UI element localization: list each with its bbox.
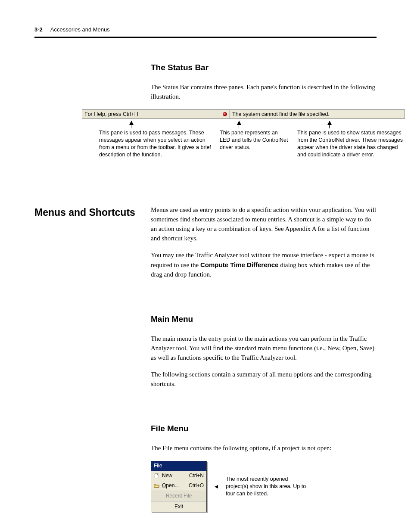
compute-time-diff-label: Compute Time Difference (200, 261, 278, 268)
chapter-title: Accessories and Menus (50, 26, 110, 34)
file-menu-figure: File New Ctrl+N Open... Ctrl+O Recent Fi… (151, 461, 377, 512)
arrow-left-icon (215, 485, 218, 488)
main-menu-para-1: The main menu is the entry point to the … (151, 334, 377, 362)
svg-rect-0 (155, 473, 158, 478)
file-menu-intro: The File menu contains the following opt… (151, 444, 377, 453)
arrow-up-icon (237, 121, 241, 125)
page-header: 3-2 Accessories and Menus (34, 26, 377, 38)
shortcut-open: Ctrl+O (189, 482, 204, 489)
file-menu-title[interactable]: File (151, 461, 206, 470)
status-pane-driver: The system cannot find the file specifie… (230, 110, 405, 118)
menu-item-open[interactable]: Open... Ctrl+O (151, 481, 206, 491)
new-file-icon (154, 473, 159, 479)
status-bar-heading: The Status Bar (151, 62, 405, 74)
status-pane-led (220, 110, 230, 118)
main-menu-para-2: The following sections contain a summary… (151, 370, 377, 389)
arrow-up-icon (129, 121, 134, 125)
menus-shortcuts-heading: Menus and Shortcuts (34, 205, 138, 220)
led-icon (223, 112, 227, 116)
status-annotation-1: This pane is used to pass messages. Thes… (99, 121, 211, 159)
menu-item-new[interactable]: New Ctrl+N (151, 471, 206, 481)
status-bar: For Help, press Ctrl+H The system cannot… (82, 109, 405, 119)
file-menu-heading: File Menu (151, 423, 377, 435)
shortcut-new: Ctrl+N (189, 472, 204, 479)
menu-item-exit[interactable]: Exit (151, 502, 206, 512)
menus-para-2: You may use the Traffic Analyzer tool wi… (151, 251, 377, 279)
status-bar-intro: The Status Bar contains three panes. Eac… (151, 83, 405, 102)
arrow-up-icon (327, 121, 332, 125)
page-number: 3-2 (34, 26, 43, 34)
open-folder-icon (154, 483, 159, 488)
status-annotation-2: This pane represents an LED and tells th… (220, 121, 289, 159)
status-annotation-3: This pane is used to show status message… (297, 121, 405, 159)
status-pane-messages: For Help, press Ctrl+H (82, 110, 220, 118)
menus-para-1: Menus are used as entry points to do a s… (151, 205, 377, 243)
status-bar-figure: For Help, press Ctrl+H The system cannot… (82, 109, 405, 159)
file-menu-dropdown: File New Ctrl+N Open... Ctrl+O Recent Fi… (151, 461, 207, 512)
file-menu-callout: The most recently opened project(s) show… (226, 476, 308, 498)
main-menu-heading: Main Menu (151, 313, 377, 325)
menu-item-recent: Recent File (151, 491, 206, 501)
